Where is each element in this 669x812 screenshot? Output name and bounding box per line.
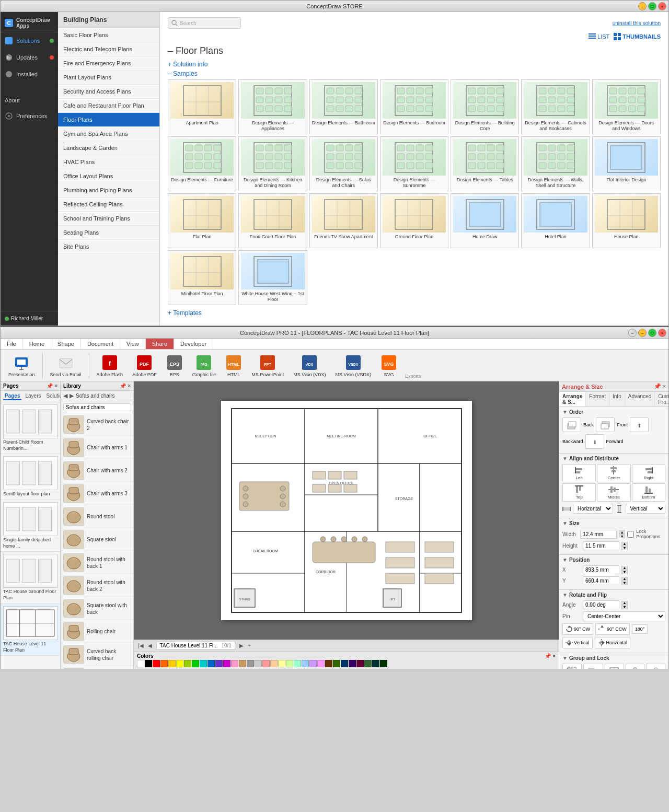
color-swatch[interactable] [270, 660, 278, 667]
y-down-btn[interactable]: ▼ [621, 581, 628, 585]
tab-advanced[interactable]: Advanced [625, 392, 655, 407]
library-item[interactable]: Curved back rolling chair [61, 643, 133, 666]
library-item[interactable]: Chair with arms 2 [61, 459, 133, 482]
sidebar-item-updates[interactable]: ↻ Updates [1, 49, 58, 66]
pro-maximize-btn[interactable]: □ [648, 329, 656, 337]
thumbnail-item[interactable]: Hotel Plan [521, 193, 590, 248]
thumbnail-item[interactable]: Flat Interior Design [592, 136, 661, 191]
ungroup-button[interactable]: UnGroup [583, 664, 603, 669]
pro-close-btn[interactable]: × [658, 329, 666, 337]
solution-link[interactable]: uninstall this solution [613, 20, 661, 26]
page-prev-btn[interactable]: ◀ [148, 643, 152, 648]
align-middle-btn[interactable]: Middle [597, 483, 630, 502]
pro-minimize-btn[interactable]: – [638, 329, 647, 337]
current-page-tab[interactable]: TAC House Level 11 Fl... 10/1 [156, 642, 235, 649]
thumbnail-item[interactable]: Minihotel Floor Plan [168, 250, 236, 305]
maximize-button[interactable]: □ [648, 2, 656, 10]
thumbnail-item[interactable]: Design Elements — Furniture [168, 136, 236, 191]
rotate-header[interactable]: ▼ Rotate and Flip [562, 592, 665, 598]
pages-close-icon[interactable]: × [54, 383, 57, 389]
color-swatch[interactable] [137, 660, 144, 667]
templates-toggle[interactable]: + Templates [168, 309, 661, 317]
thumbnail-item[interactable]: Ground Floor Plan [380, 193, 448, 248]
color-swatch[interactable] [215, 660, 223, 667]
nav-item-site-plans[interactable]: Site Plans [58, 240, 159, 254]
tab-layers[interactable]: Layers [24, 392, 42, 400]
align-right-btn[interactable]: Right [632, 464, 665, 482]
library-nav-forward[interactable]: ▶ [70, 392, 74, 399]
color-swatch[interactable] [153, 660, 160, 667]
lock-proportions-checkbox[interactable] [627, 531, 634, 538]
colors-pin-icon[interactable]: 📌 [545, 653, 551, 659]
thumbnail-item[interactable]: Home Draw [451, 193, 519, 248]
thumbnail-item[interactable]: Design Elements — Sofas and Chairs [309, 136, 378, 191]
pages-pin-icon[interactable]: 📌 [47, 383, 53, 389]
align-header[interactable]: ▼ Align and Distribute [562, 456, 665, 461]
rotate-cw-btn[interactable]: 90° CW [562, 623, 593, 635]
color-swatch[interactable] [278, 660, 285, 667]
nav-item-school-and-training-plans[interactable]: School and Training Plans [58, 212, 159, 226]
thumbnail-item[interactable]: Design Elements — Bedroom [380, 79, 448, 134]
library-item[interactable]: Folding chair [61, 666, 133, 669]
ribbon-btn-graphic[interactable]: IMG Graphic file [189, 353, 220, 379]
arrange-pin-icon[interactable]: 📌 [654, 383, 661, 390]
nav-item-electric-and-telecom-plans[interactable]: Electric and Telecom Plans [58, 42, 159, 56]
lock-button[interactable]: Lock [626, 664, 645, 669]
color-swatch[interactable] [317, 660, 325, 667]
color-swatch[interactable] [145, 660, 152, 667]
x-down-btn[interactable]: ▼ [621, 570, 628, 574]
thumbnail-item[interactable]: Food Court Floor Plan [238, 193, 307, 248]
page-item[interactable]: Parent-Child Room Numberin... [1, 402, 60, 454]
thumbnail-item[interactable]: Friends TV Show Apartment [309, 193, 378, 248]
color-swatch[interactable] [247, 660, 254, 667]
ribbon-tab-shape[interactable]: Shape [51, 339, 81, 349]
minimize-button[interactable]: – [638, 2, 647, 10]
page-item[interactable]: TAC House Ground Floor Plan [1, 552, 60, 604]
ribbon-tab-file[interactable]: File [1, 339, 23, 349]
page-item[interactable]: Sent0 layout floor plan [1, 454, 60, 500]
height-up-btn[interactable]: ▲ [621, 542, 628, 546]
tab-custom-pro[interactable]: Custom Pro... [655, 392, 668, 407]
nav-item-gym-and-spa-area-plans[interactable]: Gym and Spa Area Plans [58, 127, 159, 141]
angle-up-btn[interactable]: ▲ [621, 601, 628, 605]
color-swatch[interactable] [325, 660, 332, 667]
back-button[interactable]: ↑ [562, 417, 581, 432]
flip-vertical-btn[interactable]: Vertical [562, 637, 593, 648]
thumbnail-item[interactable]: Design Elements — Doors and Windows [592, 79, 661, 134]
width-down-btn[interactable]: ▼ [619, 534, 625, 538]
library-item[interactable]: Round stool with back 2 [61, 574, 133, 597]
color-swatch[interactable] [184, 660, 191, 667]
colors-close-icon[interactable]: × [552, 653, 556, 659]
page-item[interactable]: TAC House Level 11 Floor Plan [1, 604, 60, 656]
color-swatch[interactable] [372, 660, 379, 667]
thumbnail-item[interactable]: Design Elements — Walls, Shell and Struc… [521, 136, 590, 191]
width-input[interactable] [580, 530, 617, 539]
library-item[interactable]: Square stool with back [61, 597, 133, 620]
height-down-btn[interactable]: ▼ [621, 546, 628, 550]
angle-input[interactable] [583, 600, 619, 609]
thumbnail-item[interactable]: Design Elements — Bathroom [309, 79, 378, 134]
page-item[interactable]: Single-family detached home ... [1, 500, 60, 552]
x-input[interactable] [583, 565, 619, 574]
color-swatch[interactable] [207, 660, 215, 667]
ribbon-btn-presentation[interactable]: Presentation [5, 353, 39, 379]
ribbon-btn-pdf[interactable]: PDF Adobe PDF [129, 353, 160, 379]
ribbon-tab-share[interactable]: Share [146, 339, 174, 349]
color-swatch[interactable] [192, 660, 199, 667]
thumbnail-item[interactable]: Design Elements — Tables [451, 136, 519, 191]
library-item[interactable]: Chair with arms 3 [61, 482, 133, 505]
samples-toggle[interactable]: – Samples [168, 70, 661, 77]
thumbnail-item[interactable]: Design Elements — Building Core [451, 79, 519, 134]
width-up-btn[interactable]: ▲ [619, 530, 625, 534]
tab-info[interactable]: Info [609, 392, 625, 407]
thumbnail-item[interactable]: Design Elements — Appliances [238, 79, 307, 134]
library-dropdown[interactable]: Sofas and chairs [63, 403, 131, 411]
position-header[interactable]: ▼ Position [562, 557, 665, 563]
group-header[interactable]: ▼ Group and Lock [562, 655, 665, 661]
color-swatch[interactable] [160, 660, 168, 667]
library-item[interactable]: Curved back chair 2 [61, 413, 133, 436]
front-button[interactable]: ↓ [596, 417, 615, 432]
nav-item-basic-floor-plans[interactable]: Basic Floor Plans [58, 28, 159, 42]
close-button[interactable]: × [658, 2, 666, 10]
canvas-content[interactable]: RECEPTION MEETING ROOM OFFICE CONFERENCE… [134, 381, 559, 640]
